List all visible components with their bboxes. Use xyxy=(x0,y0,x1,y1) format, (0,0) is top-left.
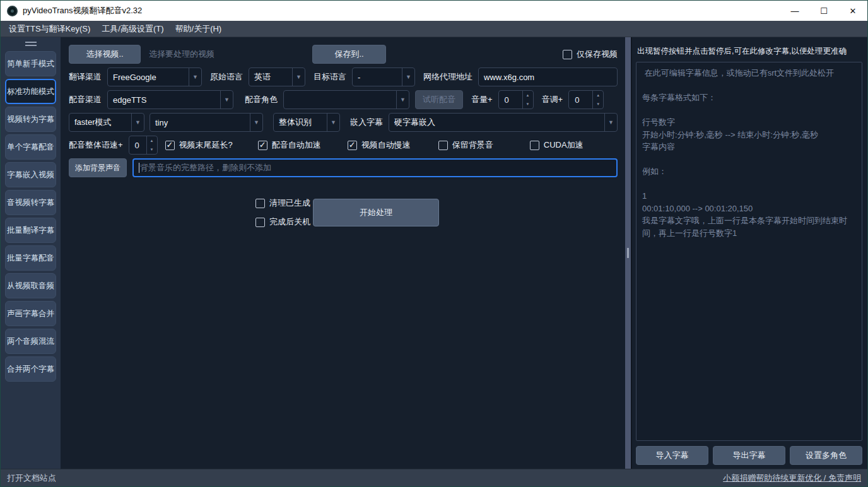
subtitle-panel-header: 出现暂停按钮并点击暂停后,可在此修改字幕,以便处理更准确 xyxy=(637,46,862,57)
dub-auto-speedup-checkbox[interactable]: 配音自动加速 xyxy=(258,139,321,151)
chevron-down-icon[interactable]: ▼ xyxy=(189,68,201,86)
proxy-label: 网络代理地址 xyxy=(423,71,472,83)
menu-tts-key[interactable]: 设置TTS与翻译Key(S) xyxy=(3,21,96,37)
bgm-row: 添加背景声音 背景音乐的完整路径，删除则不添加 xyxy=(69,158,621,177)
menu-bar: 设置TTS与翻译Key(S) 工具/高级设置(T) 帮助/关于(H) xyxy=(1,21,867,37)
video-hint: 选择要处理的视频 xyxy=(149,49,214,60)
checkbox-icon[interactable] xyxy=(438,141,448,150)
model-size-select[interactable]: tiny ▼ xyxy=(150,113,263,132)
subtitle-panel-buttons: 导入字幕 导出字幕 设置多角色 xyxy=(636,446,862,465)
source-lang-label: 原始语言 xyxy=(210,71,243,83)
save-to-button[interactable]: 保存到.. xyxy=(312,45,386,64)
sidebar-item-video-to-subtitle[interactable]: 视频转为字幕 xyxy=(5,107,56,132)
sidebar-item-audio-to-subtitle[interactable]: 音视频转字幕 xyxy=(5,190,56,215)
save-only-video-checkbox[interactable]: 仅保存视频 xyxy=(563,49,618,60)
dubbing-row: 配音渠道 edgeTTS ▼ 配音角色 ▼ 试听配音 音量+ 0 ▲▼ 音调+ xyxy=(69,90,621,109)
sidebar-item-extract-audio[interactable]: 从视频取音频 xyxy=(5,273,56,298)
sidebar-item-embed-subtitle[interactable]: 字幕嵌入视频 xyxy=(5,162,56,187)
chevron-down-icon[interactable]: ▼ xyxy=(131,114,144,131)
sidebar-item-mix-audio[interactable]: 两个音频混流 xyxy=(5,329,56,354)
sidebar-item-merge-subtitles[interactable]: 合并两个字幕 xyxy=(5,356,56,382)
embed-subtitle-label: 嵌入字幕 xyxy=(350,117,383,128)
rate-spinner[interactable]: 0 ▲▼ xyxy=(129,136,158,155)
maximize-icon[interactable]: ☐ xyxy=(809,1,838,21)
open-docs-link[interactable]: 打开文档站点 xyxy=(7,472,56,484)
video-auto-slowdown-checkbox[interactable]: 视频自动慢速 xyxy=(348,139,411,151)
checkbox-icon[interactable] xyxy=(348,141,357,150)
chevron-down-icon[interactable]: ▼ xyxy=(604,114,617,131)
select-video-button[interactable]: 选择视频.. xyxy=(69,45,141,64)
status-bar: 打开文档站点 小额捐赠帮助待续更新优化 / 免责声明 xyxy=(1,469,867,486)
checkbox-icon[interactable] xyxy=(258,141,267,150)
bgm-path-input[interactable]: 背景音乐的完整路径，删除则不添加 xyxy=(132,158,618,177)
translate-channel-select[interactable]: FreeGoogle ▼ xyxy=(107,67,202,86)
dubbing-channel-select[interactable]: edgeTTS ▼ xyxy=(107,90,233,109)
menu-tools-settings[interactable]: 工具/高级设置(T) xyxy=(96,21,169,37)
pitch-spinner[interactable]: 0 ▲▼ xyxy=(568,90,604,109)
chevron-down-icon[interactable]: ▼ xyxy=(402,68,414,86)
menu-help-about[interactable]: 帮助/关于(H) xyxy=(170,21,228,37)
listen-dubbing-button[interactable]: 试听配音 xyxy=(415,90,463,109)
split-mode-select[interactable]: 整体识别 ▼ xyxy=(273,113,340,132)
sidebar: 简单新手模式 标准功能模式 视频转为字幕 单个字幕配音 字幕嵌入视频 音视频转字… xyxy=(1,37,61,469)
chevron-down-icon[interactable]: ▼ xyxy=(220,91,233,109)
shutdown-after-checkbox[interactable]: 完成后关机 xyxy=(255,216,310,228)
sidebar-item-single-subtitle-dub[interactable]: 单个字幕配音 xyxy=(5,134,56,160)
add-bgm-button[interactable]: 添加背景声音 xyxy=(69,158,127,177)
pitch-label: 音调+ xyxy=(542,94,563,105)
chevron-down-icon[interactable]: ▼ xyxy=(292,68,305,86)
checkbox-icon[interactable] xyxy=(165,141,175,150)
sidebar-item-simple-mode[interactable]: 简单新手模式 xyxy=(5,51,56,76)
window-controls: — ☐ ✕ xyxy=(780,1,867,21)
chevron-down-icon[interactable]: ▼ xyxy=(327,114,339,131)
save-only-video-label: 仅保存视频 xyxy=(577,49,618,60)
dubbing-channel-label: 配音渠道 xyxy=(69,94,102,105)
source-lang-select[interactable]: 英语 ▼ xyxy=(249,67,305,86)
video-tail-extend-checkbox[interactable]: 视频末尾延长? xyxy=(165,139,233,151)
translate-channel-label: 翻译渠道 xyxy=(69,71,102,83)
clean-generated-checkbox[interactable]: 清理已生成 xyxy=(255,197,310,209)
recognition-row: faster模式 ▼ tiny ▼ 整体识别 ▼ 嵌入字幕 硬字幕嵌入 ▼ xyxy=(69,113,621,132)
sidebar-item-batch-translate[interactable]: 批量翻译字幕 xyxy=(5,218,56,243)
embed-subtitle-select[interactable]: 硬字幕嵌入 ▼ xyxy=(389,113,618,132)
sidebar-item-standard-mode[interactable]: 标准功能模式 xyxy=(5,79,56,104)
sidebar-drag-handle[interactable] xyxy=(25,42,37,46)
close-icon[interactable]: ✕ xyxy=(838,1,867,21)
start-checkboxes: 清理已生成 完成后关机 xyxy=(255,197,310,228)
subtitle-editor[interactable]: 在此可编辑字幕信息，或拖动已有srt文件到此处松开 每条字幕格式如下： 行号数字… xyxy=(636,62,862,441)
sidebar-item-merge-av-subtitle[interactable]: 声画字幕合并 xyxy=(5,301,56,326)
app-window: pyVideoTrans视频翻译配音v2.32 — ☐ ✕ 设置TTS与翻译Ke… xyxy=(0,0,868,487)
spinner-arrows-icon[interactable]: ▲▼ xyxy=(522,91,533,109)
donate-disclaimer-link[interactable]: 小额捐赠帮助待续更新优化 / 免责声明 xyxy=(723,472,861,484)
model-mode-select[interactable]: faster模式 ▼ xyxy=(69,113,144,132)
checkbox-icon[interactable] xyxy=(530,141,539,150)
keep-background-audio-checkbox[interactable]: 保留背景音 xyxy=(438,139,493,151)
spinner-arrows-icon[interactable]: ▲▼ xyxy=(146,136,157,154)
chevron-down-icon[interactable]: ▼ xyxy=(396,91,409,109)
rate-label: 配音整体语速+ xyxy=(69,139,123,151)
app-icon xyxy=(7,6,18,16)
text-caret xyxy=(139,163,139,173)
import-subtitle-button[interactable]: 导入字幕 xyxy=(636,446,708,465)
dubbing-role-select[interactable]: ▼ xyxy=(283,90,409,109)
sidebar-item-batch-dub[interactable]: 批量字幕配音 xyxy=(5,245,56,271)
spinner-arrows-icon[interactable]: ▲▼ xyxy=(592,91,603,109)
target-lang-select[interactable]: - ▼ xyxy=(352,67,415,86)
content-area: 简单新手模式 标准功能模式 视频转为字幕 单个字幕配音 字幕嵌入视频 音视频转字… xyxy=(1,37,867,469)
translate-row: 翻译渠道 FreeGoogle ▼ 原始语言 英语 ▼ 目标语言 - ▼ 网络代… xyxy=(69,67,621,86)
checkbox-icon[interactable] xyxy=(255,218,265,227)
title-bar: pyVideoTrans视频翻译配音v2.32 — ☐ ✕ xyxy=(1,1,867,21)
checkbox-icon[interactable] xyxy=(563,50,572,59)
volume-spinner[interactable]: 0 ▲▼ xyxy=(498,90,534,109)
subtitle-panel: 出现暂停按钮并点击暂停后,可在此修改字幕,以便处理更准确 在此可编辑字幕信息，或… xyxy=(632,37,867,469)
chevron-down-icon[interactable]: ▼ xyxy=(250,114,262,131)
minimize-icon[interactable]: — xyxy=(780,1,809,21)
proxy-input[interactable]: www.x6g.com xyxy=(478,67,618,86)
options-row: 配音整体语速+ 0 ▲▼ 视频末尾延长? 配音自动加速 视频自动慢速 xyxy=(69,136,621,155)
checkbox-icon[interactable] xyxy=(255,199,265,208)
export-subtitle-button[interactable]: 导出字幕 xyxy=(713,446,785,465)
cuda-accel-checkbox[interactable]: CUDA加速 xyxy=(530,139,584,151)
set-multi-role-button[interactable]: 设置多角色 xyxy=(790,446,862,465)
panel-splitter[interactable] xyxy=(625,37,631,469)
start-processing-button[interactable]: 开始处理 xyxy=(313,199,439,226)
